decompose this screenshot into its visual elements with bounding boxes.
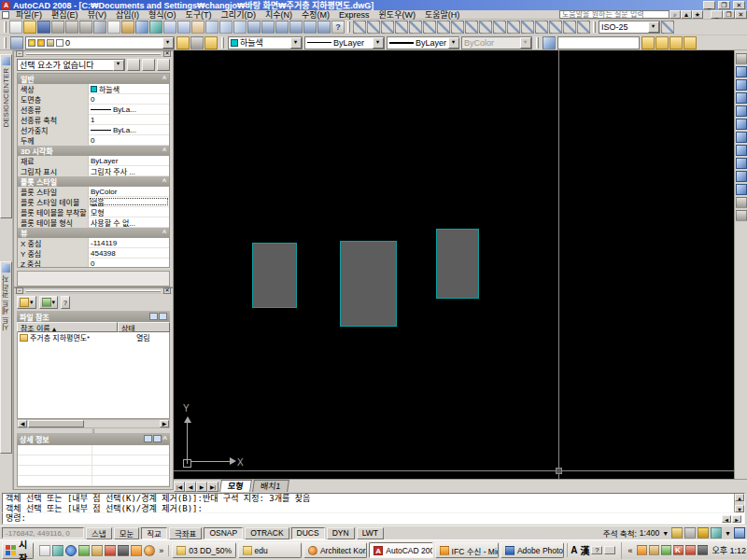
- named-style-combo[interactable]: [557, 36, 640, 49]
- scroll-up-icon[interactable]: ▲: [735, 494, 744, 501]
- view-right-icon[interactable]: [736, 105, 747, 117]
- list-view-icon[interactable]: [149, 313, 158, 320]
- toolbar-grip[interactable]: [221, 37, 224, 49]
- menu-item[interactable]: 그리기(D): [217, 10, 261, 19]
- match-properties-icon[interactable]: [135, 21, 148, 34]
- dimension-edit-icon[interactable]: [549, 21, 562, 34]
- property-section-header[interactable]: 3D 시각화: [18, 146, 169, 156]
- layer-match-icon[interactable]: [655, 36, 669, 49]
- menu-item[interactable]: 뷰(V): [83, 10, 111, 19]
- doc-minimize-button[interactable]: _: [711, 10, 723, 19]
- close-button[interactable]: ✕: [733, 1, 745, 9]
- notepad-icon[interactable]: [92, 545, 103, 556]
- property-row[interactable]: Z 중심 0: [18, 259, 169, 268]
- auto-hide-icon[interactable]: −: [16, 50, 23, 57]
- menu-item[interactable]: 윈도우(W): [374, 10, 420, 19]
- view-se-isometric-icon[interactable]: [736, 158, 747, 169]
- collapse-chevron-icon[interactable]: [162, 230, 166, 236]
- lineweight-combo[interactable]: ByLayer: [387, 36, 459, 49]
- menu-item[interactable]: 형식(O): [144, 10, 181, 19]
- layer-on-bulb-icon[interactable]: [28, 39, 35, 47]
- aligned-dimension-icon[interactable]: [367, 21, 380, 34]
- view-bottom-icon[interactable]: [736, 79, 747, 91]
- last-tab-icon[interactable]: ▶|: [207, 482, 218, 492]
- task-ifc[interactable]: IFC 수신 - Micr...: [435, 542, 499, 558]
- layer-states-icon[interactable]: [190, 36, 204, 49]
- osnap-toggle[interactable]: OSNAP: [204, 527, 243, 539]
- minimize-button[interactable]: _: [703, 1, 715, 9]
- property-section-header[interactable]: 플롯 스타일: [18, 176, 169, 187]
- toolbar-grip[interactable]: [347, 21, 350, 33]
- view-sw-isometric-icon[interactable]: [736, 145, 747, 156]
- properties-icon[interactable]: [247, 21, 261, 34]
- help-icon[interactable]: ?: [331, 21, 345, 34]
- doc-restore-button[interactable]: ❐: [723, 10, 735, 19]
- toolbar-grip[interactable]: [593, 21, 596, 33]
- diameter-dimension-icon[interactable]: [437, 21, 450, 34]
- scroll-left-icon[interactable]: ◀: [18, 420, 27, 427]
- help-updates-icon[interactable]: ▲: [681, 10, 692, 19]
- palette-drag-bar[interactable]: [26, 290, 161, 292]
- close-icon[interactable]: ✕: [163, 50, 171, 57]
- column-status[interactable]: 상태: [118, 322, 170, 332]
- undo-icon[interactable]: [163, 21, 176, 34]
- view-ne-isometric-icon[interactable]: [736, 171, 747, 182]
- drawing-canvas[interactable]: Y X: [174, 50, 734, 479]
- designcenter-tab[interactable]: DESIGNCENTER: [0, 54, 12, 218]
- menu-item[interactable]: 삽입(I): [111, 10, 144, 19]
- scroll-thumb[interactable]: [28, 420, 84, 427]
- dim-style-combo[interactable]: ISO-25: [599, 21, 660, 34]
- tray-messenger-icon[interactable]: [661, 545, 671, 555]
- quick-select-icon[interactable]: [157, 59, 170, 71]
- scroll-right-icon[interactable]: ▶: [732, 515, 741, 523]
- toolbar-grip[interactable]: [536, 37, 539, 49]
- clean-screen-button[interactable]: [734, 527, 745, 539]
- selection-combo[interactable]: 선택 요소가 없습니다: [17, 59, 125, 71]
- tab-model[interactable]: 모형: [219, 480, 251, 492]
- polar-toggle[interactable]: 극좌표: [169, 527, 202, 539]
- otrack-toggle[interactable]: OTRACK: [245, 527, 289, 539]
- internet-explorer-icon[interactable]: [65, 545, 77, 556]
- help-search-icon[interactable]: ⌕: [669, 10, 681, 19]
- picture-viewer-icon[interactable]: [131, 545, 142, 556]
- dyn-toggle[interactable]: DYN: [327, 527, 355, 539]
- chevron-down-icon[interactable]: [162, 37, 174, 49]
- task-03dd[interactable]: 03 DD_50%: [172, 542, 235, 558]
- chevron-down-icon[interactable]: [113, 60, 124, 71]
- arc-length-icon[interactable]: [381, 21, 394, 34]
- refresh-button[interactable]: ▾: [39, 296, 59, 309]
- ortho-toggle[interactable]: 직교: [141, 527, 167, 539]
- toolbar-lock-icon[interactable]: [698, 527, 709, 539]
- task-edu[interactable]: edu: [238, 542, 302, 558]
- dimension-style-manager-icon[interactable]: [661, 21, 674, 34]
- menu-item[interactable]: 도구(T): [181, 10, 217, 19]
- block-editor-icon[interactable]: [149, 21, 162, 34]
- baseline-dimension-icon[interactable]: [479, 21, 492, 34]
- lwt-toggle[interactable]: LWT: [357, 527, 384, 539]
- make-object-layer-current-icon[interactable]: [176, 36, 190, 49]
- display-properties-icon[interactable]: [78, 545, 90, 556]
- close-icon[interactable]: ✕: [163, 287, 171, 294]
- scroll-down-icon[interactable]: ▼: [735, 505, 744, 512]
- ime-help-icon[interactable]: ?: [591, 546, 602, 554]
- details-view-icon[interactable]: [144, 435, 152, 442]
- paste-icon[interactable]: [121, 21, 134, 34]
- menu-item[interactable]: Express: [334, 10, 374, 19]
- plot-icon[interactable]: [51, 21, 64, 34]
- command-vertical-scrollbar[interactable]: ▲ ▼: [734, 494, 744, 512]
- dimension-update-icon[interactable]: [577, 21, 590, 34]
- property-row[interactable]: 색상 하늘색: [18, 84, 169, 94]
- camera-icon[interactable]: [736, 197, 747, 208]
- toggle-pickadd-icon[interactable]: [127, 59, 140, 71]
- tab-layout1[interactable]: 배치1: [252, 480, 289, 492]
- view-top-icon[interactable]: [736, 66, 747, 77]
- open-icon[interactable]: [23, 21, 36, 34]
- annotation-add-scales-icon[interactable]: [684, 527, 696, 539]
- property-row[interactable]: 플롯 테이블을 부착할 ... 모형: [18, 207, 169, 217]
- status-menu-icon[interactable]: ▼: [725, 530, 731, 537]
- select-objects-icon[interactable]: [142, 59, 155, 71]
- property-row[interactable]: 도면층 0: [18, 94, 169, 105]
- qnew-icon[interactable]: [9, 21, 22, 34]
- save-icon[interactable]: [37, 21, 50, 34]
- menu-item[interactable]: 도움말(H): [420, 10, 464, 19]
